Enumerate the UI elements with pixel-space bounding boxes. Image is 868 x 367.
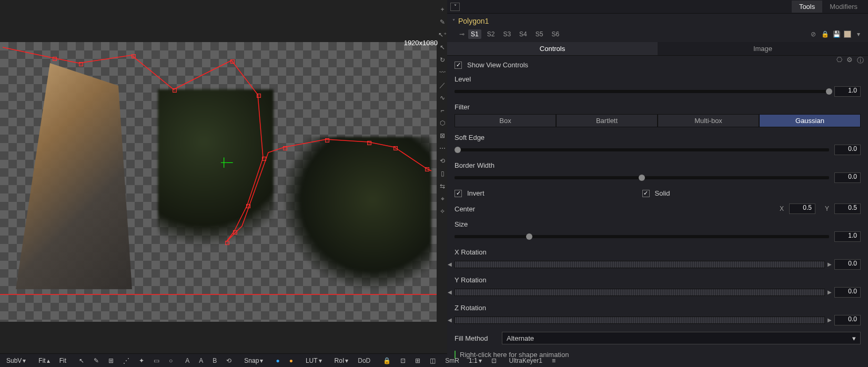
- filter-box[interactable]: Box: [455, 114, 556, 127]
- node-name[interactable]: Polygon1: [458, 17, 489, 25]
- polygon-handle[interactable]: [425, 167, 429, 171]
- version-tab[interactable]: S2: [485, 29, 498, 39]
- size-slider[interactable]: [455, 235, 829, 238]
- invert-checkbox[interactable]: [455, 190, 462, 197]
- line-icon[interactable]: ／: [438, 81, 447, 89]
- border-width-slider[interactable]: [455, 176, 829, 179]
- cursor-icon[interactable]: ↖⁺: [438, 30, 447, 39]
- tab-modifiers[interactable]: Modifiers: [822, 1, 865, 13]
- magnet-icon[interactable]: ⌖: [438, 195, 447, 203]
- tool-icon[interactable]: ✦: [136, 356, 147, 365]
- lock-icon[interactable]: 🔒: [380, 356, 394, 365]
- polygon-handle[interactable]: [79, 62, 83, 66]
- polygon-handle[interactable]: [132, 54, 136, 58]
- rotate-icon[interactable]: ↻: [438, 56, 447, 64]
- corner-icon[interactable]: ⌐: [438, 106, 447, 115]
- tool-icon[interactable]: ▭: [150, 356, 163, 365]
- fit-button-2[interactable]: Fit: [56, 356, 69, 365]
- arrow-icon[interactable]: ↖: [438, 43, 447, 52]
- tool-icon[interactable]: ⟲: [223, 356, 235, 365]
- add-icon[interactable]: +: [438, 5, 447, 14]
- size-value[interactable]: 1.0: [834, 231, 861, 242]
- y-rotation-wheel[interactable]: [455, 289, 825, 296]
- tool-icon[interactable]: ◫: [427, 356, 439, 365]
- version-tab[interactable]: S4: [517, 29, 530, 39]
- center-marker-icon[interactable]: ┼─: [221, 158, 233, 167]
- fit-button[interactable]: Fit ▴: [35, 356, 53, 365]
- b-button[interactable]: B: [209, 356, 220, 365]
- options-icon[interactable]: ≡: [549, 356, 559, 365]
- tool-icon[interactable]: ⊞: [105, 356, 117, 365]
- version-tab[interactable]: S5: [533, 29, 546, 39]
- y-rotation-value[interactable]: 0.0: [834, 287, 861, 298]
- info-icon[interactable]: ⓘ: [857, 56, 864, 65]
- x-rotation-value[interactable]: 0.0: [834, 259, 861, 270]
- gear-icon[interactable]: ⚙: [846, 56, 853, 65]
- lut-button[interactable]: LUT ▾: [302, 356, 325, 365]
- sync-icon[interactable]: ⇆: [438, 182, 447, 190]
- border-width-value[interactable]: 0.0: [834, 172, 861, 183]
- level-slider[interactable]: [455, 90, 829, 93]
- color-dot-icon[interactable]: ●: [286, 356, 296, 365]
- collapse-icon[interactable]: ˅: [452, 18, 455, 24]
- doc-icon[interactable]: ▯: [438, 169, 447, 178]
- filter-bartlett[interactable]: Bartlett: [556, 114, 658, 127]
- view-selector-dropdown[interactable]: ˅: [450, 3, 460, 11]
- tool-icon[interactable]: ○: [166, 356, 176, 365]
- ab-button[interactable]: A: [196, 356, 206, 365]
- curve-icon[interactable]: 〰: [438, 68, 447, 77]
- polygon-handle[interactable]: [325, 138, 329, 142]
- tab-tools[interactable]: Tools: [792, 1, 822, 13]
- subv-button[interactable]: SubV ▾: [3, 356, 29, 365]
- soft-edge-slider[interactable]: [455, 148, 829, 151]
- track-icon[interactable]: ⟲: [438, 157, 447, 165]
- ratio-button[interactable]: 1:1 ▾: [466, 356, 485, 365]
- center-x-value[interactable]: 0.5: [789, 203, 815, 214]
- z-rotation-value[interactable]: 0.0: [834, 315, 861, 325]
- version-tab[interactable]: S6: [549, 29, 562, 39]
- close-poly-icon[interactable]: ⬡: [438, 119, 447, 127]
- a-button[interactable]: A: [182, 356, 193, 365]
- level-value[interactable]: 1.0: [834, 86, 861, 97]
- polygon-handle[interactable]: [230, 59, 235, 64]
- snap-button[interactable]: Snap ▾: [241, 356, 266, 365]
- tool-icon[interactable]: ⊡: [397, 356, 409, 365]
- tool-icon[interactable]: ↖: [76, 356, 87, 365]
- chevron-down-icon[interactable]: ▾: [854, 30, 863, 38]
- lock-icon[interactable]: 🔒: [821, 30, 829, 38]
- z-rotation-wheel[interactable]: [455, 317, 825, 324]
- polygon-handle[interactable]: [173, 88, 177, 93]
- subtab-image[interactable]: Image: [658, 42, 868, 55]
- delete-icon[interactable]: ⊠: [438, 131, 447, 140]
- polygon-handle[interactable]: [393, 146, 398, 150]
- color-dot-icon[interactable]: ●: [272, 356, 282, 365]
- viewer-canvas[interactable]: ┼─ 1920x1080 + ✎ ↖⁺ ↖ ↻ 〰 ／ ∿ ⌐: [0, 0, 447, 353]
- tool-icon[interactable]: ⋰: [120, 356, 133, 365]
- fill-method-select[interactable]: Alternate▾: [502, 332, 861, 344]
- color-swatch[interactable]: [844, 30, 851, 38]
- roi-button[interactable]: RoI ▾: [331, 356, 352, 365]
- dod-button[interactable]: DoD: [355, 356, 374, 365]
- wave-icon[interactable]: ∿: [438, 94, 447, 102]
- tool-icon[interactable]: ⊞: [412, 356, 423, 365]
- polygon-handle[interactable]: [257, 94, 261, 98]
- show-view-controls-checkbox[interactable]: [455, 62, 462, 69]
- polygon-handle[interactable]: [262, 157, 266, 161]
- soft-edge-value[interactable]: 0.0: [834, 145, 861, 155]
- polygon-handle[interactable]: [225, 241, 229, 245]
- polygon-handle[interactable]: [283, 146, 287, 150]
- script-icon[interactable]: ⎔: [836, 56, 842, 65]
- version-tab[interactable]: S1: [468, 29, 481, 39]
- polygon-handle[interactable]: [53, 57, 57, 61]
- tool-icon[interactable]: ✎: [90, 356, 102, 365]
- polygon-handle[interactable]: [246, 204, 250, 208]
- polygon-handle[interactable]: [233, 230, 237, 235]
- filter-multibox[interactable]: Multi-box: [658, 114, 759, 127]
- subtab-controls[interactable]: Controls: [447, 42, 658, 55]
- disable-icon[interactable]: ⊘: [809, 30, 817, 38]
- smr-button[interactable]: SmR: [442, 356, 462, 365]
- center-y-value[interactable]: 0.5: [834, 203, 861, 214]
- save-icon[interactable]: 💾: [832, 30, 841, 38]
- brush-icon[interactable]: ✎: [438, 18, 447, 26]
- x-rotation-wheel[interactable]: [455, 261, 825, 268]
